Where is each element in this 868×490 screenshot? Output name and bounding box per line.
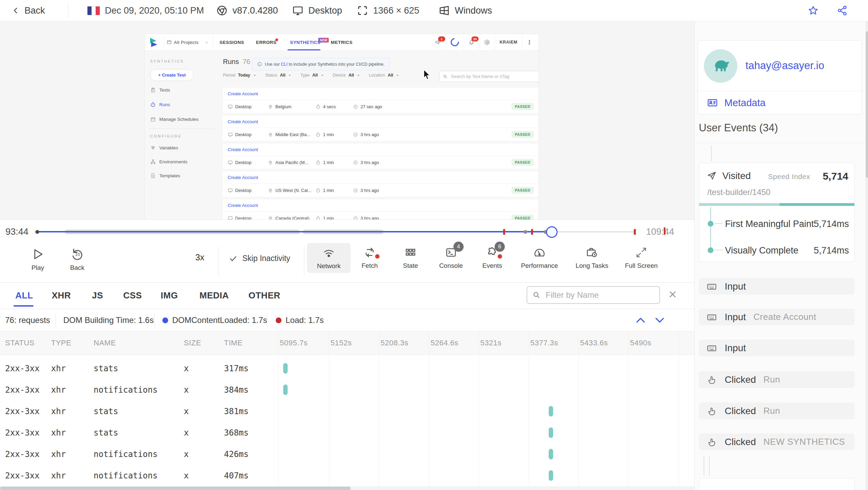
panel-events-button[interactable]: 6 Events [473,246,511,270]
search-field [450,74,533,79]
scrollbar-thumb[interactable] [0,487,351,490]
fmp-label: First Meaningful Paint [725,219,814,229]
chevron-down-icon [205,40,209,45]
metric-rail [710,207,711,253]
request-timing-bar [549,449,553,459]
run-device: Desktop [235,132,252,137]
run-device: Desktop [235,104,252,109]
dom-building-time: DOM Building Time: 1.6s [63,309,154,331]
back-label: Back [25,5,45,16]
network-row[interactable]: 2xx-3xxxhrnotificationsx407ms [0,465,694,486]
network-row[interactable]: 2xx-3xxxhrstatsx368ms [0,422,694,443]
projects-icon [166,39,172,45]
network-row[interactable]: 2xx-3xxxhrnotificationsx384ms [0,379,694,401]
event-item-input[interactable]: Input [699,340,855,356]
jump-down-button[interactable] [654,316,665,324]
browser-info: v87.0.4280 [216,0,278,21]
run-when: 27 sec ago [360,104,382,109]
filter-device: DeviceAll [333,73,360,78]
filter-type: TypeAll [300,73,324,78]
status-badge: PASSED [512,131,534,138]
sidebar-section-synthetics: SYNTHETICS [150,59,184,63]
user-card: tahay@asayer.io Metadata [697,40,862,114]
tab-all[interactable]: ALL [15,290,33,301]
browser-version: v87.0.4280 [232,5,278,16]
network-filter-input[interactable] [527,286,660,304]
scrollbar-thumb[interactable] [866,31,868,178]
event-item-clicked[interactable]: Clicked Run [699,403,855,419]
filter-field[interactable] [545,290,648,300]
replay-stage[interactable]: All Projects SESSIONS ERRORS SYNTHETICS … [0,21,694,219]
nav-metrics: METRICS [331,34,353,50]
resolution-info: 1366 × 625 [357,0,419,21]
run-card: Create Account Desktop Belgium 4 secs 27… [223,88,539,113]
request-timing-bar [549,427,553,438]
speed-index-label: Speed Index [768,173,810,181]
tab-media[interactable]: MEDIA [199,290,229,301]
exception-marker [634,229,636,235]
remaining-track [558,231,634,232]
network-row[interactable]: 2xx-3xxxhrstatsx317ms [0,358,694,379]
time-tick: 5152s [331,331,352,355]
os-label: Windows [455,5,492,16]
event-item-clicked[interactable]: Clicked Run [699,371,855,388]
event-item-input[interactable]: Input [699,278,855,295]
panel-console-button[interactable]: 4 Console [432,246,470,270]
speed-toggle[interactable]: 3x [188,252,212,262]
play-button[interactable]: Play [22,247,53,272]
back-button[interactable]: Back [12,0,45,21]
timeline-connector [704,456,704,476]
network-row[interactable]: 2xx-3xxxhrstatsx381ms [0,401,694,422]
event-item-input[interactable]: Input Create Account [699,309,855,325]
panel-network-button[interactable]: Network [307,243,351,273]
metric-dot [708,247,713,253]
run-when: 3 hrs ago [360,132,379,137]
replay-app-header: All Projects SESSIONS ERRORS SYNTHETICS … [145,34,539,51]
favorite-star-button[interactable] [807,0,819,21]
divider [68,3,68,18]
next-event-card-partial [699,478,855,490]
panel-performance-button[interactable]: Performance [517,246,562,270]
horizontal-scrollbar[interactable] [0,486,694,490]
sidebar-scrollbar[interactable] [866,21,868,490]
domcontentloaded-time: DOMContentLoaded: 1.7s [162,309,267,331]
session-replay-window: Back Dec 09, 2020, 05:10 PM v87.0.4280 D… [0,0,868,490]
tab-js[interactable]: JS [92,290,103,301]
play-icon [31,247,45,261]
skip-inactivity-toggle[interactable]: Skip Inactivity [229,254,290,263]
network-table-header: STATUS TYPE NAME SIZE TIME 5095.7s 5152s… [0,331,694,355]
back-10s-button[interactable]: 10 Back [62,247,93,272]
playhead-handle[interactable] [546,226,558,238]
event-item-clicked[interactable]: Clicked NEW SYNTHETICS [699,434,855,450]
run-location: Belgium [275,104,291,109]
device-label: Desktop [308,5,342,16]
share-button[interactable] [837,0,848,21]
run-name-link: Create Account [223,199,539,212]
panel-long-tasks-button[interactable]: Long Tasks [568,246,616,270]
tab-xhr[interactable]: XHR [52,290,71,301]
time-tick: 5490s [630,331,651,355]
run-name-link: Create Account [223,88,539,100]
sidebar-item-tests: Tests [150,87,170,93]
tab-other[interactable]: OTHER [248,290,280,301]
divider [213,37,213,48]
run-name-link: Create Account [223,172,539,184]
visited-event-card[interactable]: Visited Speed Index 5,714 /test-builder/… [699,163,855,262]
events-alert-dot [498,254,502,259]
network-row[interactable]: 2xx-3xxxhrnotificationsx426ms [0,443,694,465]
metadata-button[interactable]: Metadata [707,97,766,109]
speed-index-value: 5,714 [823,170,848,182]
panel-fetch-button[interactable]: Fetch [351,246,388,270]
panel-full-screen-button[interactable]: Full Screen [617,246,665,270]
network-summary-row: 76: requests DOM Building Time: 1.6s DOM… [0,309,694,331]
jump-up-button[interactable] [635,316,646,324]
event-dot [524,230,527,234]
close-panel-button[interactable] [668,290,677,299]
tab-css[interactable]: CSS [123,290,142,301]
panel-state-button[interactable]: State [392,246,429,270]
tab-img[interactable]: IMG [161,290,178,301]
kebab-menu-icon: ⋮ [522,34,536,50]
events-count-badge: 6 [495,242,505,252]
visually-complete-value: 5,714ms [814,245,849,256]
run-card: Create Account Desktop Asia Pacific (M..… [223,144,539,169]
